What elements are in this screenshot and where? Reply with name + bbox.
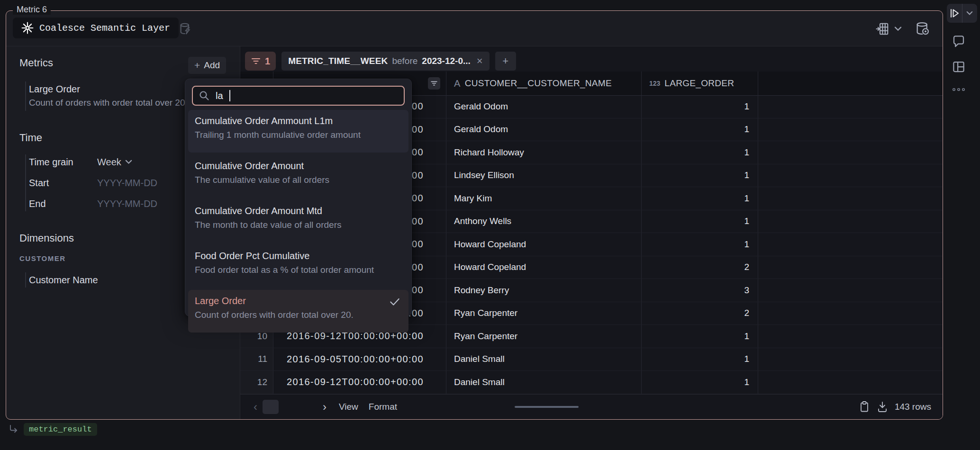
time-section-title: Time [19, 132, 42, 144]
cell-empty [758, 325, 943, 348]
cell-customer-name[interactable]: Richard Holloway [446, 141, 642, 164]
time-setting-label: End [29, 198, 97, 209]
large-order-column-header[interactable]: 123 LARGE_ORDER [642, 72, 758, 95]
cell-large-order[interactable]: 1 [642, 164, 758, 187]
run-options-chevron-icon[interactable] [962, 4, 978, 23]
cell-metric-time-week[interactable]: 2016-09-05T00:00:00+00:00 [273, 348, 446, 371]
metric-option[interactable]: Cumulative Order Amount Mtd The month to… [188, 200, 408, 243]
cell-large-order[interactable]: 1 [642, 95, 758, 118]
time-setting-value[interactable]: Week [97, 157, 132, 168]
database-edit-icon[interactable] [179, 22, 192, 36]
snowflake-icon [21, 22, 34, 34]
cell-customer-name[interactable]: Gerald Odom [446, 95, 642, 118]
cell-customer-name[interactable]: Rodney Berry [446, 279, 642, 302]
empty-column-header [758, 72, 943, 95]
insert-table-icon[interactable] [875, 22, 889, 36]
search-input[interactable]: la [192, 86, 405, 106]
run-cell-button[interactable] [947, 4, 977, 23]
cell-empty [758, 256, 943, 279]
cell-large-order[interactable]: 1 [642, 348, 758, 371]
dimensions-section-title: Dimensions [19, 232, 74, 244]
cell-customer-name[interactable]: Ryan Carpenter [446, 302, 642, 325]
comment-icon[interactable] [952, 34, 978, 48]
dimension-group-label: CUSTOMER [19, 254, 66, 262]
filter-count-chip[interactable]: 1 [245, 52, 276, 71]
cell-large-order[interactable]: 2 [642, 302, 758, 325]
more-options-icon[interactable] [952, 87, 978, 92]
metric-option-list: Cumulative Order Ammount L1m Trailing 1 … [188, 110, 408, 335]
cell-large-order[interactable]: 3 [642, 279, 758, 302]
row-number: 11 [240, 348, 273, 371]
cell-empty [758, 95, 943, 118]
cell-customer-name[interactable]: Daniel Small [446, 348, 642, 371]
search-query-text: la [216, 90, 223, 101]
output-variable-pill[interactable]: metric_result [24, 423, 97, 436]
cell-customer-name[interactable]: Mary Kim [446, 187, 642, 210]
cell-large-order[interactable]: 1 [642, 187, 758, 210]
cell-large-order[interactable]: 1 [642, 118, 758, 141]
cell-large-order[interactable]: 1 [642, 371, 758, 394]
metric-option[interactable]: Food Order Pct Cumulative Food order tot… [188, 245, 408, 288]
cell-large-order[interactable]: 1 [642, 210, 758, 233]
page-button[interactable] [301, 400, 318, 414]
format-menu-button[interactable]: Format [369, 402, 397, 412]
plus-icon: + [502, 55, 508, 67]
database-preview-icon[interactable] [915, 21, 930, 36]
cell-empty [758, 164, 943, 187]
cell-empty [758, 233, 943, 256]
cell-metric-time-week[interactable]: 2016-09-12T00:00:00+00:00 [273, 371, 446, 394]
cell-customer-name[interactable]: Anthony Wells [446, 210, 642, 233]
time-setting-value[interactable]: YYYY-MM-DD [97, 198, 157, 209]
cell-large-order[interactable]: 2 [642, 256, 758, 279]
view-menu-button[interactable]: View [339, 402, 358, 412]
notebook-stage: Metric 6 Coalesce Semantic Layer [0, 0, 980, 450]
metric-option[interactable]: Cumulative Order Amount The cumulative v… [188, 155, 408, 198]
add-filter-button[interactable]: + [495, 52, 516, 71]
cell-empty [758, 118, 943, 141]
cell-customer-name[interactable]: Howard Copeland [446, 233, 642, 256]
filter-bar: 1 METRIC_TIME__WEEK before 2023-12-0... … [245, 52, 516, 71]
column-filter-icon[interactable] [428, 77, 440, 90]
filter-chip[interactable]: METRIC_TIME__WEEK before 2023-12-0... × [281, 52, 490, 71]
metric-option[interactable]: Cumulative Order Ammount L1m Trailing 1 … [188, 110, 408, 153]
cell-customer-name[interactable]: Gerald Odom [446, 118, 642, 141]
cell-customer-name[interactable]: Howard Copeland [446, 256, 642, 279]
page-button[interactable] [282, 400, 298, 414]
customer-name-column-header[interactable]: A CUSTOMER__CUSTOMER_NAME [446, 72, 642, 95]
metric-option[interactable]: Large Order Count of orders with order t… [188, 290, 408, 333]
cell-customer-name[interactable]: Lindsey Ellison [446, 164, 642, 187]
cell-large-order[interactable]: 1 [642, 325, 758, 348]
cell-empty [758, 141, 943, 164]
time-setting-value[interactable]: YYYY-MM-DD [97, 178, 157, 189]
remove-filter-icon[interactable]: × [477, 56, 483, 66]
table-row: 12 2016-09-12T00:00:00+00:00 Daniel Smal… [240, 371, 943, 394]
next-page-icon[interactable]: › [321, 400, 328, 414]
cell-customer-name[interactable]: Daniel Small [446, 371, 642, 394]
filter-value: 2023-12-0... [422, 56, 470, 66]
layout-icon[interactable] [952, 60, 978, 74]
page-list [263, 400, 318, 414]
time-setting-label: Start [29, 178, 97, 189]
metric-cell: Metric 6 Coalesce Semantic Layer [6, 10, 943, 420]
copy-icon[interactable] [859, 401, 870, 413]
chevron-down-icon [125, 160, 132, 164]
cell-large-order[interactable]: 1 [642, 233, 758, 256]
chevron-down-icon[interactable] [894, 26, 902, 32]
table-row: 11 2016-09-05T00:00:00+00:00 Daniel Smal… [240, 348, 943, 371]
prev-page-icon[interactable]: ‹ [252, 400, 259, 414]
cell-empty [758, 187, 943, 210]
semantic-layer-source-button[interactable]: Coalesce Semantic Layer [13, 18, 179, 38]
cell-title: Metric 6 [13, 5, 51, 15]
page-button[interactable] [263, 400, 279, 414]
row-number: 12 [240, 371, 273, 394]
cell-large-order[interactable]: 1 [642, 141, 758, 164]
cell-empty [758, 348, 943, 371]
cell-customer-name[interactable]: Ryan Carpenter [446, 325, 642, 348]
metric-search-dropdown: la Cumulative Order Ammount L1m Trailing… [185, 79, 412, 316]
run-icon[interactable] [947, 4, 962, 23]
add-metric-button[interactable]: + Add [188, 57, 226, 74]
horizontal-scrollbar[interactable] [515, 406, 579, 408]
table-footer: ‹ › View Format [240, 394, 943, 419]
time-setting-label: Time grain [29, 157, 97, 168]
download-icon[interactable] [877, 401, 888, 413]
